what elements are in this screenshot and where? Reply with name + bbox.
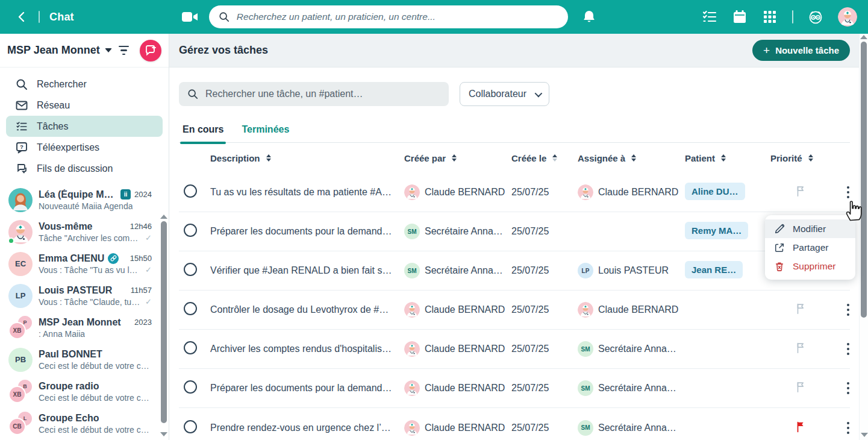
column-header-assignee-a[interactable]: Assignée à [578, 153, 685, 163]
created-by: Claude BERNARD [425, 423, 505, 433]
created-by: Secrétaire Anna … [425, 226, 505, 237]
global-search-input[interactable] [236, 11, 558, 23]
patient-badge[interactable]: Aline DU… [685, 183, 745, 200]
sidebar-item-reseau[interactable]: Réseau [6, 95, 163, 116]
row-menu-button[interactable] [840, 339, 856, 359]
organization-selector[interactable]: MSP Jean Monnet [7, 44, 112, 57]
chat-item-paul-bonnet[interactable]: PB Paul BONNET Ceci est le début de votr… [0, 344, 169, 376]
new-chat-button[interactable] [140, 40, 161, 61]
task-checkbox[interactable] [184, 224, 197, 237]
sidebar-item-rechercher[interactable]: Rechercher [6, 74, 163, 95]
created-on: 25/07/25 [511, 383, 578, 394]
collaborator-filter-dropdown[interactable]: Collaborateur [460, 82, 549, 106]
table-row[interactable]: Tu as vu les résultats de ma patiente #A… [179, 173, 850, 212]
sidebar-item-teleexpertises[interactable]: ? Téléexpertises [6, 137, 163, 158]
created-on: 25/07/25 [511, 226, 578, 237]
tasks-icon[interactable] [702, 9, 717, 25]
chat-item-louis-pasteur[interactable]: LP Louis PASTEUR 11h57 Vous : Tâche "Cla… [0, 280, 169, 312]
task-checkbox[interactable] [184, 420, 197, 433]
task-search[interactable] [179, 82, 449, 106]
column-header-creee-le[interactable]: Créée le [511, 153, 578, 163]
sidebar-item-label: Téléexpertises [37, 142, 99, 153]
scrollbar-thumb[interactable] [161, 221, 167, 423]
task-checkbox[interactable] [184, 341, 197, 354]
maiia-badge: ii [120, 189, 131, 200]
scroll-down-arrow[interactable] [861, 433, 868, 437]
row-menu-button[interactable] [840, 300, 856, 320]
chat-item-lea[interactable]: Léa (Équipe Maiia) ii 2024 Nouveauté Mai… [0, 184, 169, 216]
scroll-up-arrow[interactable] [160, 215, 167, 219]
main-scrollbar[interactable] [859, 34, 868, 440]
task-search-input[interactable] [204, 88, 440, 100]
table-row[interactable]: Prendre rendez-vous en urgence chez l’op… [179, 408, 850, 440]
row-menu-button[interactable] [840, 418, 856, 438]
sidebar-scrollbar[interactable] [160, 213, 168, 440]
assigned-to: Claude BERNARD [598, 304, 678, 315]
chat-last-message: Ceci est le début de votre co… [39, 361, 152, 371]
user-avatar[interactable] [838, 7, 857, 27]
tab-terminees[interactable]: Terminées [242, 124, 289, 135]
table-row[interactable]: Préparer les documents pour la demande …… [179, 369, 850, 408]
tab-en-cours[interactable]: En cours [183, 124, 223, 135]
task-checkbox[interactable] [184, 380, 197, 394]
sidebar-item-taches[interactable]: Tâches [6, 116, 163, 137]
priority-flag-icon[interactable] [795, 302, 808, 315]
plus-icon: + [763, 45, 770, 56]
table-row[interactable]: Archiver les comptes rendus d'hospitalis… [179, 330, 850, 369]
topbar-divider [39, 11, 40, 23]
menu-item-partager[interactable]: Partager [765, 238, 855, 257]
priority-flag-icon[interactable] [795, 420, 808, 433]
apps-grid-icon[interactable] [762, 9, 778, 25]
topbar: Chat [0, 0, 868, 34]
chat-item-emma-chenu[interactable]: EC Emma CHENU 15h50 Vous : Tâche "Tu as … [0, 248, 169, 280]
chat-item-groupe-radio[interactable]: B XB Groupe radio Ceci est le début de v… [0, 376, 169, 407]
chat-item-msp-jean-monnet[interactable]: P XB MSP Jean Monnet 2023 : Anna Maiia [0, 312, 169, 344]
filter-icon[interactable] [116, 43, 131, 58]
column-header-patient[interactable]: Patient [685, 153, 770, 163]
chat-item-vous-meme[interactable]: Vous-même 12h46 Tâche "Archiver les comp… [0, 216, 169, 248]
table-row[interactable]: Préparer les documents pour la demande …… [179, 212, 850, 251]
video-call-icon[interactable] [181, 10, 199, 24]
table-row[interactable]: Vérifier que #Jean RENALD a bien fait sa… [179, 251, 850, 291]
menu-item-modifier[interactable]: Modifier [765, 219, 855, 238]
avatar: PB [8, 348, 33, 372]
chat-title: Louis PASTEUR [39, 285, 112, 296]
online-status-dot [8, 237, 14, 244]
priority-flag-icon[interactable] [795, 184, 808, 198]
back-button[interactable] [13, 8, 30, 25]
row-menu-button[interactable] [840, 378, 856, 398]
scrollbar-thumb[interactable] [861, 42, 867, 318]
column-header-priorite[interactable]: Priorité [770, 153, 827, 163]
notifications-bell-icon[interactable] [581, 9, 597, 25]
chat-item-groupe-echo[interactable]: L CB Groupe Echo Ceci est le début de vo… [0, 407, 169, 439]
column-header-creee-par[interactable]: Créée par [404, 153, 511, 163]
assigned-to: Secrétaire Anna … [598, 344, 679, 354]
chevron-down-icon [535, 89, 543, 97]
tasks-table: Description Créée par Créée le Assignée … [179, 143, 850, 440]
task-checkbox[interactable] [184, 263, 197, 276]
maiia-owl-icon[interactable] [808, 9, 823, 25]
table-row[interactable]: Contrôler le dosage du Levothyrox de #Ja… [179, 291, 850, 330]
created-by: Claude BERNARD [425, 383, 505, 394]
priority-flag-icon[interactable] [795, 380, 808, 394]
column-header-description[interactable]: Description [210, 153, 404, 163]
patient-badge[interactable]: Jean RE… [685, 261, 743, 278]
global-search[interactable] [209, 5, 568, 28]
share-icon [774, 242, 785, 253]
assigned-to: Claude BERNARD [598, 187, 678, 198]
created-on: 25/07/25 [511, 423, 578, 433]
new-task-button[interactable]: + Nouvelle tâche [752, 40, 850, 61]
menu-item-supprimer[interactable]: Supprimer [765, 257, 855, 275]
group-avatar: P XB [8, 316, 33, 340]
scroll-up-arrow[interactable] [860, 35, 867, 39]
patient-badge[interactable]: Remy MA… [685, 222, 748, 239]
sidebar-item-fils-de-discussion[interactable]: Fils de discussion [6, 158, 163, 179]
task-checkbox[interactable] [184, 184, 197, 198]
calendar-icon[interactable] [732, 9, 748, 25]
sidebar-item-label: Tâches [37, 121, 68, 132]
row-menu-button[interactable] [840, 182, 856, 203]
scroll-down-arrow[interactable] [160, 432, 167, 436]
chat-timestamp: 15h50 [130, 254, 152, 263]
priority-flag-icon[interactable] [795, 341, 808, 354]
task-checkbox[interactable] [184, 302, 197, 315]
